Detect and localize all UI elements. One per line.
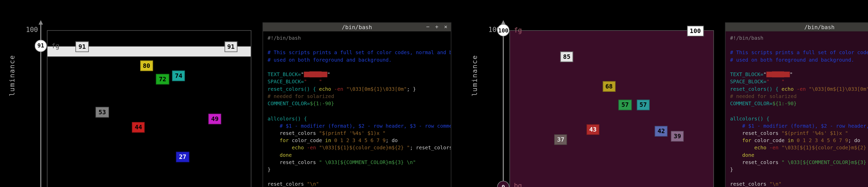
bg-marker: 9 [497, 181, 509, 187]
swatch-red: 43 [586, 124, 599, 135]
fg-label: fg [514, 26, 522, 34]
swatch-red: 44 [132, 122, 145, 133]
fg-label: fg [52, 42, 59, 50]
swatch-blue: 27 [176, 152, 189, 162]
terminal-2: /bin/bash − + × #!/bin/bash # This scrip… [725, 22, 868, 187]
panel-left: luminance 100 0 919180747253494427 91 0 … [22, 22, 452, 187]
swatch-default: 37 [554, 134, 567, 145]
swatch-magenta: 39 [671, 131, 684, 142]
swatch-magenta: 49 [208, 114, 221, 124]
swatch-yellow: 68 [602, 81, 616, 91]
y-axis-label: luminance [471, 55, 478, 97]
luminance-chart-2: luminance 100 0 1008568575743423937 100 … [485, 22, 714, 187]
plot-area: 1008568575743423937 [509, 30, 714, 187]
terminal-titlebar[interactable]: /bin/bash − + × [263, 23, 451, 31]
fg-marker: 100 [497, 24, 509, 36]
swatch-fg-right: 100 [687, 26, 704, 36]
swatch-cyan: 74 [172, 71, 185, 81]
swatch-blue: 42 [655, 126, 668, 136]
y-axis-label: luminance [8, 55, 16, 97]
swatch-yellow: 80 [140, 60, 153, 71]
plot-area: 919180747253494427 [47, 30, 251, 187]
swatch-fg-left: 91 [76, 41, 89, 52]
tick-100: 100 [22, 26, 38, 33]
swatch-green: 72 [156, 74, 169, 85]
terminal-body: #!/bin/bash # This scripts prints a full… [726, 31, 868, 187]
swatch-white: 53 [96, 107, 108, 117]
panel-right: luminance 100 0 1008568575743423937 100 … [485, 22, 868, 187]
swatch-green: 57 [619, 100, 631, 110]
swatch-cyan: 57 [637, 100, 649, 110]
bg-label: bg [514, 182, 522, 187]
terminal-titlebar[interactable]: /bin/bash − + × [726, 23, 868, 31]
window-controls[interactable]: − + × [426, 24, 448, 30]
terminal-1: /bin/bash − + × #!/bin/bash # This scrip… [262, 22, 451, 187]
swatch-white: 85 [560, 52, 573, 62]
swatch-fg-right: 91 [224, 41, 237, 52]
terminal-title: /bin/bash [804, 24, 835, 30]
terminal-title: /bin/bash [342, 24, 372, 30]
y-axis [503, 22, 504, 187]
luminance-chart-1: luminance 100 0 919180747253494427 91 0 … [22, 22, 251, 187]
terminal-body: #!/bin/bash # This scripts prints a full… [263, 31, 451, 187]
fg-marker: 91 [35, 39, 47, 52]
